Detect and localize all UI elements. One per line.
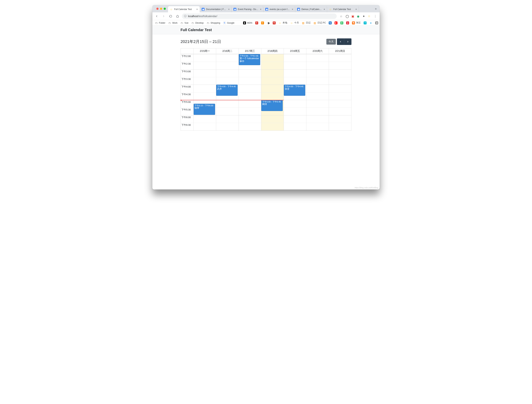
time-slot-cell[interactable] — [216, 115, 239, 123]
time-slot-cell[interactable] — [284, 62, 306, 69]
time-slot-cell[interactable] — [239, 123, 261, 130]
time-slot-cell[interactable] — [261, 69, 284, 77]
time-slot-cell[interactable] — [329, 77, 351, 85]
time-slot-cell[interactable] — [239, 115, 261, 123]
profile-icon[interactable]: ☺ — [367, 14, 371, 18]
time-slot-cell[interactable] — [261, 62, 284, 69]
time-slot-cell[interactable] — [306, 54, 329, 62]
window-zoom-icon[interactable] — [164, 8, 166, 10]
time-slot-cell[interactable] — [329, 108, 351, 115]
bookmark-item[interactable]: 淘淘宝 — [352, 21, 361, 24]
time-slot-cell[interactable] — [329, 54, 351, 62]
bookmark-item[interactable]: ◑ — [267, 21, 270, 24]
tab-close-icon[interactable]: × — [292, 8, 293, 11]
time-slot-cell[interactable] — [284, 123, 306, 130]
time-slot-cell[interactable] — [239, 108, 261, 115]
time-slot-cell[interactable] — [216, 77, 239, 85]
browser-tab[interactable]: ☺Full Calendar Test× — [168, 6, 200, 12]
window-close-icon[interactable] — [156, 8, 158, 10]
time-slot-cell[interactable] — [193, 69, 216, 77]
today-button[interactable]: 今天 — [326, 39, 336, 45]
time-slot-cell[interactable] — [261, 77, 284, 85]
calendar-event[interactable]: 下午5:00 - 下午5:45网球 — [261, 100, 283, 111]
time-slot-cell[interactable] — [193, 92, 216, 100]
time-slot-cell[interactable] — [284, 115, 306, 123]
time-slot-cell[interactable] — [329, 85, 351, 92]
bookmark-item[interactable]: N — [273, 21, 276, 24]
bookmark-item[interactable]: 知 — [329, 21, 332, 24]
bookmark-folder[interactable]: 🗀Work — [168, 21, 177, 24]
bookmark-item[interactable]: C — [261, 21, 264, 24]
extensions-puzzle-icon[interactable]: ✦ — [362, 14, 366, 18]
bookmark-item[interactable]: ▥日记 — [302, 21, 310, 24]
bookmark-item[interactable]: 豆 — [340, 21, 343, 24]
browser-tab[interactable]: ▦events (as a json feed) …× — [263, 6, 295, 12]
bookmark-item[interactable]: ✦ — [364, 21, 367, 24]
time-slot-cell[interactable] — [193, 123, 216, 130]
time-slot-cell[interactable] — [284, 54, 306, 62]
time-slot-cell[interactable] — [306, 77, 329, 85]
time-slot-cell[interactable] — [329, 100, 351, 108]
time-slot-cell[interactable] — [329, 123, 351, 130]
tab-close-icon[interactable]: × — [260, 8, 261, 11]
bookmark-item[interactable]: GGoogle — [223, 21, 234, 24]
prev-button[interactable] — [337, 38, 344, 45]
bookmark-folder[interactable]: 🗀Vue — [180, 21, 188, 24]
time-slot-cell[interactable] — [216, 108, 239, 115]
time-slot-cell[interactable] — [261, 54, 284, 62]
site-info-icon[interactable]: ⓘ — [184, 14, 187, 18]
new-tab-button[interactable]: ＋ — [372, 7, 380, 11]
bookmark-item[interactable]: G — [255, 21, 258, 24]
time-slot-cell[interactable] — [216, 54, 239, 62]
time-slot-cell[interactable] — [216, 69, 239, 77]
tab-close-icon[interactable]: × — [324, 8, 325, 11]
time-slot-cell[interactable] — [329, 62, 351, 69]
time-slot-cell[interactable] — [261, 85, 284, 92]
time-slot-cell[interactable] — [193, 54, 216, 62]
time-slot-cell[interactable] — [239, 85, 261, 92]
time-slot-cell[interactable] — [306, 62, 329, 69]
next-button[interactable] — [344, 38, 351, 45]
back-button[interactable] — [154, 14, 159, 19]
time-slot-cell[interactable] — [329, 115, 351, 123]
time-slot-cell[interactable] — [306, 115, 329, 123]
forward-button[interactable] — [161, 14, 166, 19]
tab-close-icon[interactable]: × — [196, 8, 198, 11]
browser-tab[interactable]: ▦Documentation | FullC…× — [200, 6, 232, 12]
time-slot-cell[interactable] — [261, 123, 284, 130]
time-slot-cell[interactable] — [216, 62, 239, 69]
extension-icon[interactable]: ▣ — [351, 14, 355, 18]
bookmark-item[interactable]: ▮MDN — [243, 21, 252, 24]
time-slot-cell[interactable] — [306, 85, 329, 92]
time-slot-cell[interactable] — [239, 69, 261, 77]
tab-close-icon[interactable]: × — [228, 8, 230, 11]
time-slot-cell[interactable] — [306, 92, 329, 100]
calendar-event[interactable]: 下午5:15 - 下午6:00钢琴 — [194, 104, 215, 115]
bookmark-item[interactable]: ☺本地 — [279, 21, 287, 24]
time-slot-cell[interactable] — [216, 100, 239, 108]
star-icon[interactable]: ☆ — [339, 14, 344, 19]
time-slot-cell[interactable] — [306, 108, 329, 115]
menu-icon[interactable]: ⋮ — [373, 14, 378, 19]
extension-icon[interactable]: ◯ — [345, 14, 349, 18]
time-slot-cell[interactable] — [329, 69, 351, 77]
time-slot-cell[interactable] — [239, 92, 261, 100]
bookmark-folder[interactable]: 🗀Develop — [191, 21, 204, 24]
browser-tab[interactable]: ☺Full Calendar Test× — [327, 6, 359, 12]
time-slot-cell[interactable] — [193, 85, 216, 92]
reload-button[interactable] — [168, 14, 173, 19]
time-slot-cell[interactable] — [329, 92, 351, 100]
time-slot-cell[interactable] — [261, 92, 284, 100]
time-slot-cell[interactable] — [306, 123, 329, 130]
bookmark-item[interactable]: ◎ — [346, 21, 349, 24]
time-slot-cell[interactable] — [261, 115, 284, 123]
address-bar[interactable]: ⓘ localhost/test/fullcalendar/ — [182, 13, 337, 19]
time-slot-cell[interactable] — [284, 77, 306, 85]
bookmark-item[interactable]: ▶ — [335, 21, 337, 24]
browser-tab[interactable]: ▦Demos | FullCalendar× — [295, 6, 327, 12]
bookmark-folder[interactable]: 🗀Shopping — [207, 21, 220, 24]
extension-icon[interactable]: ◉ — [356, 14, 360, 18]
time-slot-cell[interactable] — [193, 115, 216, 123]
bookmark-folder[interactable]: 🗀Folder — [155, 21, 165, 24]
bookmark-item[interactable]: ▥日记 PC — [313, 21, 326, 24]
